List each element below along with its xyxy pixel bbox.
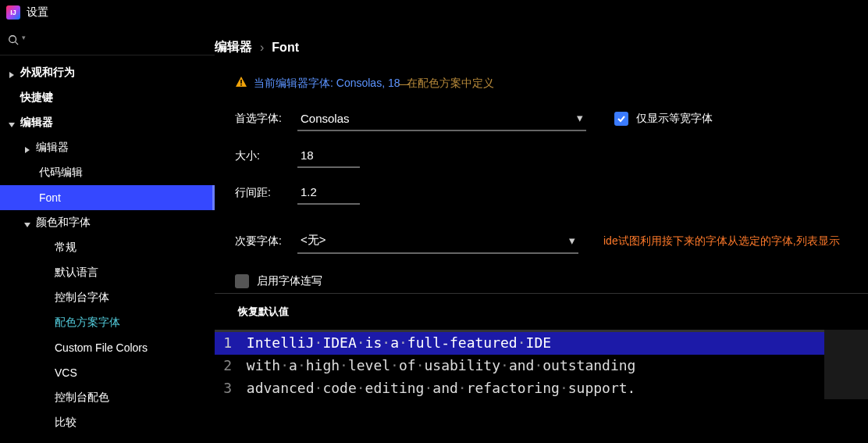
tree-label: 编辑器 <box>36 141 69 155</box>
warning-text: 当前编辑器字体: Consolas, 18 <box>254 77 400 91</box>
preview-line[interactable]: 2 with·a·high·level·of·usability·and·out… <box>215 355 824 377</box>
tree-item-console-colors[interactable]: 控制台配色 <box>0 385 215 410</box>
tree-item-editor[interactable]: 编辑器 <box>0 110 215 135</box>
tree-label: 快捷键 <box>20 91 53 105</box>
tree-label: 比较 <box>55 416 76 430</box>
main-panel: 编辑器 › Font 当前编辑器字体: Consolas, 18 — 在配色方案… <box>215 25 868 443</box>
chevron-right-icon <box>23 144 31 152</box>
tree-label: 编辑器 <box>20 116 53 130</box>
tree-label: Font <box>39 191 61 204</box>
preview-text: with·a·high·level·of·usability·and·outst… <box>238 355 824 377</box>
line-spacing-label: 行间距: <box>235 186 285 200</box>
preview-text: IntelliJ·IDEA·is·a·full-featured·IDE <box>238 332 824 355</box>
breadcrumb: 编辑器 › Font <box>215 25 868 68</box>
window-title: 设置 <box>27 5 48 20</box>
tree-label: VCS <box>55 366 77 379</box>
chevron-down-icon <box>23 219 31 227</box>
tree-label: 外观和行为 <box>20 66 75 80</box>
sidebar: ▾ 外观和行为 快捷键 编辑器 编辑器 代码编辑 Font <box>0 25 215 443</box>
tree-label: 控制台字体 <box>55 291 109 305</box>
size-label: 大小: <box>235 149 285 163</box>
restore-defaults-link[interactable]: 恢复默认值 <box>215 293 868 330</box>
preview-line[interactable]: 1 IntelliJ·IDEA·is·a·full-featured·IDE <box>215 332 824 355</box>
tree-item-general[interactable]: 常规 <box>0 235 215 260</box>
preview-text: advanced·code·editing·and·refactoring·su… <box>238 377 824 400</box>
tree-item-color-font[interactable]: 颜色和字体 <box>0 210 215 235</box>
tree-item-editor-sub[interactable]: 编辑器 <box>0 135 215 160</box>
tree-item-appearance[interactable]: 外观和行为 <box>0 60 215 85</box>
font-select-value: Consolas <box>301 112 350 125</box>
history-caret-icon[interactable]: ▾ <box>22 34 26 41</box>
font-label: 首选字体: <box>235 112 285 126</box>
search-row: ▾ <box>0 31 215 55</box>
font-preview: 1 IntelliJ·IDEA·is·a·full-featured·IDE 2… <box>215 330 868 399</box>
svg-rect-7 <box>240 80 242 84</box>
chevron-down-icon <box>8 119 16 127</box>
search-input[interactable] <box>30 35 207 47</box>
tree-item-scheme-font[interactable]: 配色方案字体 <box>0 310 215 335</box>
tree-item-default-lang[interactable]: 默认语言 <box>0 260 215 285</box>
preview-line[interactable]: 3 advanced·code·editing·and·refactoring·… <box>215 377 824 400</box>
secondary-font-hint: ide试图利用接下来的字体从选定的字体,列表显示 <box>603 234 840 248</box>
line-number: 3 <box>215 377 238 400</box>
chevron-down-icon: ▾ <box>577 111 583 125</box>
line-number: 1 <box>215 332 238 355</box>
svg-marker-3 <box>9 123 15 127</box>
preview-gutter <box>824 330 868 399</box>
tree-label: 默认语言 <box>55 266 98 280</box>
line-spacing-input[interactable] <box>297 180 360 205</box>
warning-banner: 当前编辑器字体: Consolas, 18 — 在配色方案中定义 <box>235 76 868 91</box>
tree-item-console-font[interactable]: 控制台字体 <box>0 285 215 310</box>
svg-marker-4 <box>25 147 30 153</box>
app-icon: IJ <box>6 5 20 20</box>
chevron-down-icon: ▾ <box>569 234 575 248</box>
svg-marker-5 <box>24 223 30 227</box>
line-number: 2 <box>215 355 238 377</box>
tree-label: 配色方案字体 <box>55 316 120 330</box>
tree-label: 颜色和字体 <box>36 216 91 230</box>
svg-point-0 <box>9 36 16 43</box>
tree-item-font[interactable]: Font <box>0 185 215 210</box>
warning-icon <box>235 76 247 91</box>
warning-suffix: 在配色方案中定义 <box>407 77 494 91</box>
tree-label: 代码编辑 <box>39 166 83 180</box>
search-icon[interactable] <box>8 34 20 47</box>
font-select[interactable]: Consolas ▾ <box>297 106 586 131</box>
tree-label: 常规 <box>55 241 76 255</box>
settings-tree: 外观和行为 快捷键 编辑器 编辑器 代码编辑 Font 颜色和字体 <box>0 55 215 443</box>
tree-label: 控制台配色 <box>55 391 109 405</box>
size-input[interactable] <box>297 144 360 168</box>
chevron-right-icon: › <box>260 41 264 55</box>
tree-item-compare[interactable]: 比较 <box>0 410 215 435</box>
titlebar: IJ 设置 <box>0 0 868 25</box>
mono-only-checkbox[interactable] <box>614 112 628 126</box>
tree-item-vcs[interactable]: VCS <box>0 360 215 385</box>
chevron-right-icon <box>8 69 16 77</box>
ligatures-checkbox[interactable] <box>235 274 249 288</box>
secondary-font-value: <无> <box>301 233 326 248</box>
breadcrumb-item: Font <box>272 41 299 55</box>
svg-line-1 <box>16 42 19 45</box>
mono-only-label: 仅显示等宽字体 <box>636 112 713 126</box>
secondary-font-select[interactable]: <无> ▾ <box>297 228 578 254</box>
ligatures-label: 启用字体连写 <box>257 274 322 288</box>
svg-marker-2 <box>9 72 14 78</box>
tree-item-code-editing[interactable]: 代码编辑 <box>0 160 215 185</box>
tree-item-custom-file-colors[interactable]: Custom File Colors <box>0 335 215 360</box>
svg-rect-8 <box>240 84 242 86</box>
tree-item-keymap[interactable]: 快捷键 <box>0 85 215 110</box>
secondary-font-label: 次要字体: <box>235 234 285 248</box>
breadcrumb-item[interactable]: 编辑器 <box>215 39 252 55</box>
tree-label: Custom File Colors <box>55 341 148 354</box>
